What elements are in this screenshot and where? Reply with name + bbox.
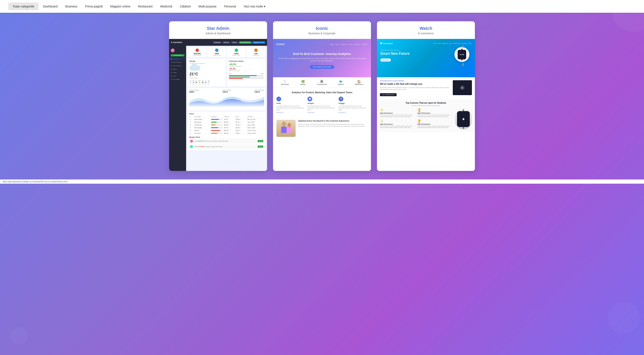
nav-item-dashboard[interactable]: Dashboard — [40, 3, 61, 10]
iconic-features: Analytics For Product, Marketing, Sales … — [273, 88, 371, 116]
iconic-unify-desc: It is a long established fact that a ten… — [276, 105, 306, 111]
svg-point-2 — [288, 123, 291, 127]
watch-video-thumbnail[interactable]: ▶ — [453, 80, 472, 95]
sa-performance: Performance History +45.2% The best perf… — [227, 59, 265, 86]
watch-card[interactable]: Watch E-commerce SmartWatch HOME ABOUT S… — [377, 21, 475, 171]
iconic-nav-links: HOME ABOUT SERVICES BLOG ELEMENTS CONTAC… — [330, 44, 368, 45]
watch-course-desc-4: Lorem ipsum dolor sit amet, consectetur … — [418, 125, 453, 129]
watch-hero: SmartWatch HOME ABOUT SERVICES BLOG UNIQ… — [377, 39, 475, 77]
iconic-cta-button[interactable]: GET STARTED FOR FREE — [310, 65, 334, 69]
sa-active-sessions: Active session #3573 — [254, 89, 264, 93]
sa-sidebar-dashboard: Dashboard — [169, 57, 186, 61]
iconic-hero-title: End-To-End Customer Journey Analytics — [276, 52, 368, 56]
iconic-features-grid: 🔗 Unify It is a long established fact th… — [276, 97, 368, 113]
sa-stats-row: $65,650 Total Revenue 3455 Products orde… — [188, 47, 265, 57]
iconic-analyze-learn[interactable]: Learn more → — [308, 112, 336, 113]
watch-subtitle: E-commerce — [381, 32, 471, 35]
table-row: 2 Messy Adam $246.35 39,741 + July 1, 20… — [189, 121, 264, 124]
nav-item-multipurpose[interactable]: Multi-purpose — [196, 3, 220, 10]
nav-item-online-store[interactable]: Magazin online — [107, 3, 133, 10]
high-perf-icon-2: 🏆 — [418, 108, 453, 112]
watch-life-section: START NEW APP TO GLOW YOUR IDEA We've ma… — [377, 77, 475, 99]
watch-image-inner: ⌚ — [455, 108, 472, 130]
iconic-optimize-title: Optimize Every Touchpoint In The Custome… — [298, 120, 368, 122]
watch-course-desc-1: Lorem ipsum dolor sit amet, consectetur … — [380, 114, 416, 117]
sa-visitor-stats: Unique Visitors 34807 Bounce Rate #3573 … — [189, 89, 264, 93]
sa-area-chart-container: Unique Visitors 34807 Bounce Rate #3573 … — [188, 88, 265, 110]
star-admin-subtitle: Admin & Dashboard — [173, 32, 263, 35]
watch-course-4: 🏆 High Performance Lorem ipsum dolor sit… — [418, 119, 453, 129]
sa-sales-chart: Sales 80% — [229, 73, 264, 79]
iconic-subtitle: Business & Corporate — [277, 32, 367, 35]
watch-course-1: ⚡ High Performance Lorem ipsum dolor sit… — [380, 108, 416, 117]
svg-rect-1 — [281, 127, 287, 133]
star-admin-title: Star Admin — [173, 26, 263, 31]
svg-rect-3 — [287, 127, 292, 133]
watch-hero-text: NOW YOU CAN FEEL THE NEXT Smart New Futu… — [380, 49, 410, 62]
nav-item-travel[interactable]: Călatorii — [177, 3, 194, 10]
watch-course-desc-3: Lorem ipsum dolor sit amet, consectetur … — [380, 125, 416, 129]
table-row: 5 Edmond $60,125 50,175 + June 15, 2016 — [189, 129, 264, 132]
iconic-title: Iconic — [277, 26, 367, 31]
iconic-unify-learn[interactable]: Learn more → — [276, 112, 306, 113]
sa-btn-free: Download Free — [239, 41, 252, 44]
iconic-features-title: Analytics For Product, Marketing, Sales … — [276, 91, 368, 94]
watch-nav-links: HOME ABOUT SERVICES BLOG UNIQUE NICHE JO… — [434, 43, 472, 44]
iconic-hero-content: End-To-End Customer Journey Analytics No… — [276, 50, 368, 73]
iconic-nav-logo: ICONIC — [276, 43, 285, 45]
sa-sidebar-avatar — [169, 47, 186, 53]
nav-more-button[interactable]: Vezi mai multe ▾ — [241, 3, 268, 10]
sa-col-deadline: Deadline — [246, 115, 264, 118]
watch-courses-section: Top Courses That are open for Students W… — [377, 99, 475, 132]
watch-course-3: ⚡ High Performance Lorem ipsum dolor sit… — [380, 119, 416, 129]
nav-all-categories[interactable]: Toate categoriile — [8, 3, 38, 10]
star-admin-card[interactable]: Star Admin Admin & Dashboard ★ staradmin… — [169, 21, 267, 171]
sa-manage-tickets-label: Manage Tickets — [189, 136, 264, 138]
iconic-logo-oakdental: 🦷 Oak Dental — [281, 80, 289, 85]
watch-course-title-3: High Performance — [380, 123, 416, 125]
bg-decoration-3 — [11, 327, 28, 344]
sa-sidebar-icons: Icons — [169, 74, 186, 78]
main-content: Star Admin Admin & Dashboard ★ staradmin… — [0, 13, 644, 179]
watch-course-title-4: High Performance — [418, 123, 453, 125]
watch-face: 07:29 — [458, 50, 466, 59]
sa-stat-sales: 5693 Weekly Sales — [227, 47, 246, 57]
watch-hero-image: 07:29 — [454, 47, 472, 64]
sa-sidebar-basic: Basic Elements — [169, 61, 186, 64]
nav-item-personal[interactable]: Personal — [221, 3, 239, 10]
iconic-logo-moritalia: 🏠 MORITALIA — [355, 80, 363, 85]
nav-item-medicine[interactable]: Medicină — [157, 3, 175, 10]
watch-course-2: 🏆 High Performance Lorem ipsum dolor sit… — [418, 108, 453, 117]
engage-icon: 💡 — [338, 97, 343, 101]
nav-item-business[interactable]: Business — [62, 3, 80, 10]
iconic-engage-learn[interactable]: Learn more → — [338, 112, 368, 113]
watch-started-button[interactable]: GET STARTED NOW — [380, 93, 396, 96]
watch-life-text: START NEW APP TO GLOW YOUR IDEA We've ma… — [380, 80, 451, 96]
sa-stat-products: 3455 Products order — [208, 47, 226, 57]
watch-header: Watch E-commerce — [377, 21, 475, 39]
nav-more-label: Vezi mai multe — [244, 5, 263, 8]
sa-stat-revenue: $65,650 Total Revenue — [188, 47, 206, 57]
watch-courses-grid: ⚡ High Performance Lorem ipsum dolor sit… — [380, 108, 472, 130]
nav-item-restaurant[interactable]: Restaurant — [135, 3, 156, 10]
sa-orders-table-container: Orders # First Name Progress Amount Sale… — [188, 112, 265, 150]
watch-circle: 07:29 — [454, 47, 469, 62]
watch-buy-button[interactable]: BUY NOW — [380, 58, 391, 61]
sa-bounce-rate: Bounce Rate #3573 — [222, 89, 231, 93]
status-url: https://georgebrata.ro/alege-un-website/… — [2, 180, 68, 183]
play-icon[interactable]: ▶ — [460, 85, 464, 90]
iconic-card[interactable]: Iconic Business & Corporate ICONIC HOME … — [273, 21, 371, 171]
watch-title: Watch — [381, 26, 471, 31]
sa-sidebar: + New Project Dashboard Basic Elements F… — [169, 46, 186, 171]
sa-perf-best: +45.2% The best performance — [229, 63, 264, 67]
iconic-header: Iconic Business & Corporate — [273, 21, 371, 39]
sa-orders-label: Orders — [189, 113, 264, 114]
sa-perf-worst: -35.3% Worst performance — [229, 68, 264, 71]
chevron-down-icon: ▾ — [264, 5, 265, 8]
sa-unique-visitors: Unique Visitors 34807 — [189, 89, 199, 93]
nav-item-homepage[interactable]: Prima pagină — [82, 3, 106, 10]
table-row: 1 Herman Beck $7,735 70,000 + May 15, 20… — [189, 118, 264, 121]
high-perf-icon-3: ⚡ — [380, 119, 416, 123]
bg-decoration-2 — [608, 302, 640, 334]
sa-btn-reports: Reports — [222, 41, 230, 44]
